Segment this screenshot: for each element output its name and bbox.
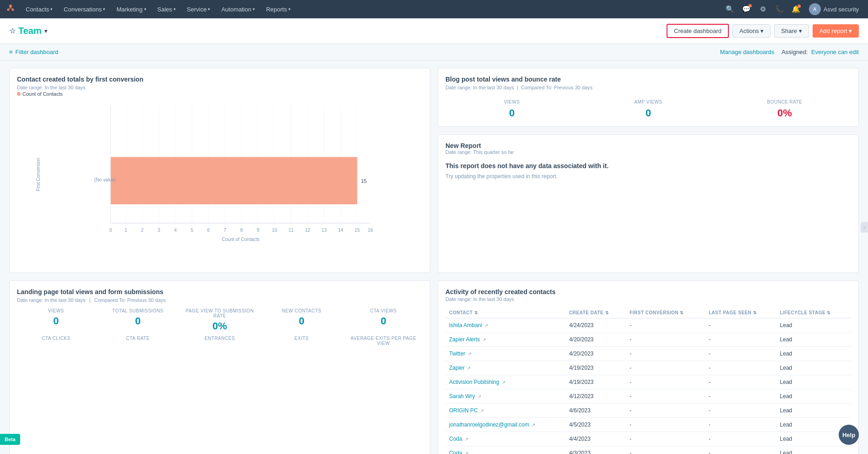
nav-marketing[interactable]: Marketing ▾ bbox=[112, 0, 151, 18]
create-date-cell: 4/5/2023 bbox=[565, 418, 626, 432]
help-button[interactable]: Help bbox=[839, 425, 859, 445]
last-page-cell: - bbox=[705, 404, 776, 418]
dashboard-title-area: ☆ Team ▾ bbox=[9, 26, 47, 36]
table-row: Zapier Alerts ↗ 4/20/2023 - - Lead bbox=[445, 333, 851, 347]
nav-conversations[interactable]: Conversations ▾ bbox=[59, 0, 110, 18]
contact-link[interactable]: Zapier bbox=[449, 365, 465, 371]
contact-link[interactable]: Coda bbox=[449, 436, 462, 442]
col-create-date: CREATE DATE ⇅ bbox=[565, 307, 626, 318]
right-column: Blog post total views and bounce rate Da… bbox=[438, 68, 859, 273]
last-page-cell: - bbox=[705, 333, 776, 347]
sort-icon[interactable]: ⇅ bbox=[605, 311, 609, 315]
toolbar-buttons: Create dashboard Actions ▾ Share ▾ Add r… bbox=[667, 24, 859, 38]
contact-link[interactable]: ORIGIN PC bbox=[449, 407, 478, 414]
dashboard-chevron-icon[interactable]: ▾ bbox=[44, 28, 47, 34]
first-conversion-cell: - bbox=[626, 318, 705, 333]
contact-link[interactable]: Zapier Alerts bbox=[449, 336, 480, 343]
sort-icon[interactable]: ⇅ bbox=[753, 311, 757, 315]
contact-chart-card: Contact created totals by first conversi… bbox=[9, 68, 430, 273]
table-row: ORIGIN PC ↗ 4/6/2023 - - Lead bbox=[445, 404, 851, 418]
chevron-down-icon: ▾ bbox=[288, 7, 291, 11]
contact-link[interactable]: jonathanroelgodinez@gmail.com bbox=[449, 421, 529, 428]
lifecycle-cell: Lead bbox=[776, 375, 851, 389]
favorite-icon[interactable]: ☆ bbox=[9, 27, 16, 35]
blog-stat-bounce-rate: BOUNCE RATE 0% bbox=[718, 99, 851, 119]
table-row: Zapier ↗ 4/19/2023 - - Lead bbox=[445, 361, 851, 375]
activity-table: CONTACT ⇅ CREATE DATE ⇅ FIRST CONVERSION… bbox=[445, 307, 851, 454]
filter-right-area: Manage dashboards Assigned: Everyone can… bbox=[720, 49, 859, 55]
user-menu[interactable]: A Asvd security bbox=[805, 3, 863, 15]
contact-chart-area: First Conversion bbox=[17, 100, 423, 265]
create-dashboard-button[interactable]: Create dashboard bbox=[667, 24, 729, 38]
first-conversion-cell: - bbox=[626, 333, 705, 347]
svg-text:9: 9 bbox=[257, 228, 260, 233]
contact-cell: Zapier Alerts ↗ bbox=[445, 333, 565, 347]
chat-icon[interactable]: 💬 bbox=[739, 2, 754, 16]
last-page-cell: - bbox=[705, 347, 776, 361]
svg-text:15: 15 bbox=[354, 228, 360, 233]
nav-service[interactable]: Service ▾ bbox=[182, 0, 215, 18]
external-link-icon: ↗ bbox=[480, 408, 484, 413]
lifecycle-cell: Lead bbox=[776, 333, 851, 347]
landing-stat-exits: EXITS bbox=[262, 336, 341, 348]
blog-stat-views: VIEWS 0 bbox=[445, 99, 578, 119]
manage-dashboards-link[interactable]: Manage dashboards bbox=[720, 49, 775, 55]
contact-cell: ORIGIN PC ↗ bbox=[445, 404, 565, 418]
svg-point-1 bbox=[7, 8, 10, 11]
table-row: Twitter ↗ 4/20/2023 - - Lead bbox=[445, 347, 851, 361]
contact-link[interactable]: Ishita Ambani bbox=[449, 322, 482, 328]
landing-stat-submissions: TOTAL SUBMISSIONS 0 bbox=[99, 308, 177, 332]
external-link-icon: ↗ bbox=[465, 451, 468, 454]
chevron-down-icon: ▾ bbox=[144, 7, 146, 11]
assigned-link[interactable]: Everyone can edit bbox=[811, 49, 859, 55]
contact-cell: Coda ↗ bbox=[445, 432, 565, 446]
nav-reports[interactable]: Reports ▾ bbox=[261, 0, 295, 18]
external-link-icon: ↗ bbox=[477, 394, 481, 399]
landing-stats-row2: CTA CLICKS CTA RATE ENTRANCES EXITS AVER… bbox=[17, 336, 423, 348]
external-link-icon: ↗ bbox=[532, 422, 535, 427]
nav-automation[interactable]: Automation ▾ bbox=[217, 0, 260, 18]
chevron-down-icon: ▾ bbox=[103, 7, 105, 11]
contact-cell: Coda ↗ bbox=[445, 446, 565, 454]
svg-text:12: 12 bbox=[305, 228, 310, 233]
y-axis-label: First Conversion bbox=[36, 158, 41, 191]
search-icon[interactable]: 🔍 bbox=[723, 2, 738, 16]
sort-icon[interactable]: ⇅ bbox=[680, 311, 684, 315]
table-row: Coda ↗ 4/3/2023 - - Lead bbox=[445, 446, 851, 454]
actions-button[interactable]: Actions ▾ bbox=[732, 24, 770, 38]
last-page-cell: - bbox=[705, 418, 776, 432]
beta-badge[interactable]: Beta bbox=[0, 434, 20, 445]
table-row: Coda ↗ 4/4/2023 - - Lead bbox=[445, 432, 851, 446]
nav-contacts[interactable]: Contacts ▾ bbox=[21, 0, 57, 18]
sort-icon[interactable]: ⇅ bbox=[827, 311, 831, 315]
landing-card: Landing page total views and form submis… bbox=[9, 280, 430, 454]
contact-link[interactable]: Coda bbox=[449, 450, 462, 454]
filter-dashboard-link[interactable]: ≡ Filter dashboard bbox=[9, 49, 59, 55]
last-page-cell: - bbox=[705, 361, 776, 375]
first-conversion-cell: - bbox=[626, 389, 705, 404]
contact-link[interactable]: Activision Publishing bbox=[449, 379, 499, 385]
sidebar-collapse-button[interactable]: › bbox=[861, 222, 868, 232]
last-page-cell: - bbox=[705, 446, 776, 454]
sort-icon[interactable]: ⇅ bbox=[474, 311, 478, 315]
notification-dot bbox=[749, 4, 752, 7]
legend-dot-icon bbox=[17, 92, 21, 96]
svg-point-0 bbox=[9, 5, 12, 7]
nav-sales[interactable]: Sales ▾ bbox=[153, 0, 181, 18]
create-date-cell: 4/6/2023 bbox=[565, 404, 626, 418]
notifications-icon[interactable]: 🔔 bbox=[789, 2, 803, 16]
add-report-button[interactable]: Add report ▾ bbox=[813, 24, 859, 38]
svg-text:10: 10 bbox=[272, 228, 277, 233]
svg-point-2 bbox=[12, 8, 14, 11]
first-conversion-cell: - bbox=[626, 361, 705, 375]
phone-icon[interactable]: 📞 bbox=[772, 2, 787, 16]
chevron-down-icon: ▾ bbox=[208, 7, 210, 11]
svg-text:6: 6 bbox=[207, 228, 210, 233]
share-button[interactable]: Share ▾ bbox=[774, 24, 808, 38]
new-report-title: New Report bbox=[445, 142, 851, 149]
contact-link[interactable]: Twitter bbox=[449, 350, 465, 357]
notification-dot bbox=[797, 5, 801, 8]
settings-icon[interactable]: ⚙ bbox=[756, 2, 770, 16]
contact-link[interactable]: Sarah Wry bbox=[449, 393, 475, 399]
lifecycle-cell: Lead bbox=[776, 389, 851, 404]
